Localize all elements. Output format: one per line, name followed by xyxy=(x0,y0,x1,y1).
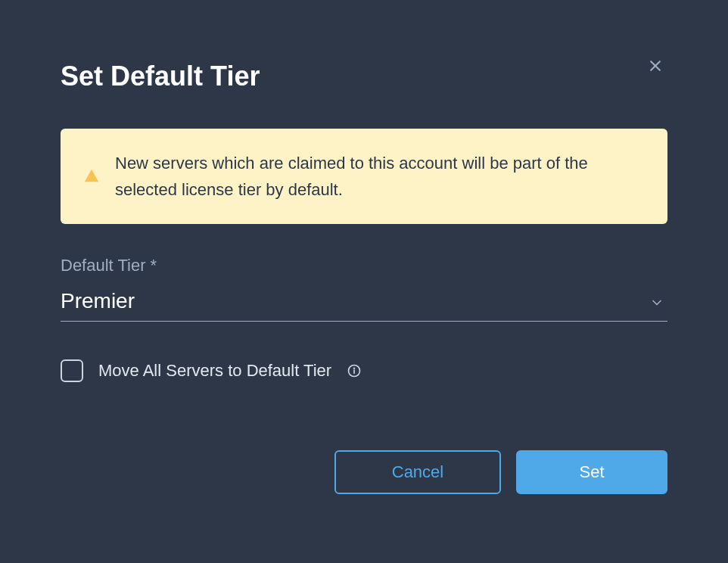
move-servers-label: Move All Servers to Default Tier xyxy=(98,361,331,381)
svg-point-4 xyxy=(354,369,355,369)
dialog-actions: Cancel Set xyxy=(61,450,667,494)
default-tier-label: Default Tier * xyxy=(61,256,667,275)
dialog-title: Set Default Tier xyxy=(61,61,667,92)
warning-icon xyxy=(83,168,100,185)
move-servers-checkbox[interactable] xyxy=(61,359,83,382)
close-icon xyxy=(648,58,663,76)
select-value: Premier xyxy=(61,289,667,313)
alert-text: New servers which are claimed to this ac… xyxy=(115,150,645,203)
set-button[interactable]: Set xyxy=(516,450,667,494)
move-servers-row: Move All Servers to Default Tier xyxy=(61,359,667,382)
alert-banner: New servers which are claimed to this ac… xyxy=(61,129,667,224)
cancel-button[interactable]: Cancel xyxy=(334,450,501,494)
close-button[interactable] xyxy=(643,54,667,79)
info-icon[interactable] xyxy=(347,363,362,378)
set-default-tier-dialog: Set Default Tier New servers which are c… xyxy=(0,0,728,555)
chevron-down-icon xyxy=(649,295,664,313)
default-tier-select[interactable]: Premier xyxy=(61,289,667,322)
